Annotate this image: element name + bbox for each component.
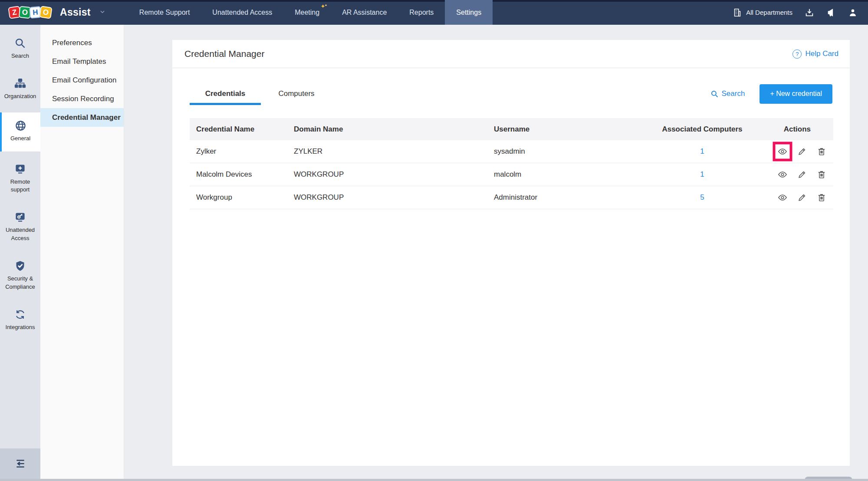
username-cell: malcolm: [494, 170, 658, 179]
search-icon: [14, 37, 26, 49]
pencil-icon: [797, 147, 807, 156]
associated-computers-link[interactable]: 1: [700, 170, 704, 178]
download-icon[interactable]: [805, 8, 814, 17]
megaphone-icon[interactable]: [826, 8, 836, 17]
sparkle-icon: ✦✦: [321, 3, 329, 9]
sidebar-item-security-compliance[interactable]: Security & Compliance: [0, 254, 40, 297]
top-navigation: Z O H O Assist Remote Support Unattended…: [0, 0, 868, 25]
help-card-link[interactable]: ? Help Card: [792, 49, 838, 59]
table-header-row: Credential Name Domain Name Username Ass…: [190, 118, 833, 140]
edit-credential-button[interactable]: [797, 147, 807, 156]
delete-credential-button[interactable]: [817, 170, 826, 179]
primary-nav: Remote Support Unattended Access Meeting…: [128, 0, 493, 25]
sidebar-collapse-button[interactable]: [0, 448, 40, 479]
menu-item-email-templates[interactable]: Email Templates: [40, 52, 124, 71]
integrations-icon: [14, 309, 26, 320]
domain-name-cell: ZYLKER: [294, 147, 494, 156]
tabs-toolbar-row: Credentials Computers Search + New crede…: [190, 82, 832, 105]
organization-icon: [14, 78, 26, 89]
tab-credentials[interactable]: Credentials: [190, 82, 261, 105]
eye-icon: [778, 147, 787, 156]
nav-settings[interactable]: Settings: [445, 0, 493, 25]
col-credential-name: Credential Name: [190, 125, 294, 134]
sidebar-item-general[interactable]: General: [0, 112, 40, 152]
delete-credential-button[interactable]: [817, 193, 826, 202]
general-settings-menu: Preferences Email Templates Email Config…: [40, 25, 124, 479]
username-cell: Administrator: [494, 193, 658, 202]
unattended-access-icon: [14, 211, 26, 223]
trash-icon: [817, 170, 826, 179]
card-header: Credential Manager ? Help Card: [172, 40, 850, 68]
col-username: Username: [494, 125, 658, 134]
table-row: Zylker ZYLKER sysadmin 1: [190, 140, 833, 163]
zoho-assist-logo[interactable]: Z O H O Assist: [0, 0, 105, 25]
logo-letter-o2: O: [39, 6, 52, 19]
sidebar-item-search[interactable]: Search: [0, 32, 40, 66]
new-credential-button[interactable]: + New credential: [760, 84, 832, 104]
menu-item-session-recording[interactable]: Session Recording: [40, 89, 124, 108]
domain-name-cell: WORKGROUP: [294, 193, 494, 202]
delete-credential-button[interactable]: [817, 147, 826, 156]
nav-ar-assistance[interactable]: AR Assistance: [331, 0, 398, 25]
edit-credential-button[interactable]: [797, 193, 807, 202]
eye-icon: [778, 170, 787, 179]
col-domain-name: Domain Name: [294, 125, 494, 134]
actions-cell: [746, 147, 833, 156]
chevron-down-icon[interactable]: [99, 9, 105, 16]
product-name: Assist: [60, 7, 91, 18]
table-row: Workgroup WORKGROUP Administrator 5: [190, 186, 833, 209]
credential-name-cell: Workgroup: [190, 193, 294, 202]
col-actions: Actions: [746, 125, 833, 134]
table-row: Malcolm Devices WORKGROUP malcolm 1: [190, 163, 833, 186]
credential-manager-card: Credential Manager ? Help Card Credentia…: [172, 40, 850, 466]
pencil-icon: [797, 193, 807, 202]
col-associated-computers: Associated Computers: [658, 125, 746, 134]
nav-reports[interactable]: Reports: [398, 0, 445, 25]
remote-support-icon: [14, 163, 26, 175]
view-credential-button[interactable]: [778, 147, 787, 156]
nav-unattended-access[interactable]: Unattended Access: [201, 0, 283, 25]
associated-computers-link[interactable]: 5: [700, 193, 704, 201]
page-title: Credential Manager: [184, 49, 264, 59]
trash-icon: [817, 193, 826, 202]
settings-icon-sidebar: Search Organization General: [0, 25, 40, 479]
sidebar-item-integrations[interactable]: Integrations: [0, 303, 40, 337]
search-icon: [710, 90, 719, 98]
department-label: All Departments: [746, 9, 792, 16]
nav-right-controls: All Departments: [733, 0, 868, 25]
sidebar-item-unattended-access[interactable]: Unattended Access: [0, 206, 40, 248]
window-bottom-edge: [0, 479, 868, 481]
username-cell: sysadmin: [494, 147, 658, 156]
credential-name-cell: Zylker: [190, 147, 294, 156]
trash-icon: [817, 147, 826, 156]
building-icon: [733, 8, 742, 17]
tab-computers[interactable]: Computers: [261, 82, 332, 105]
toolbar-right: Search + New credential: [710, 84, 833, 104]
menu-item-credential-manager[interactable]: Credential Manager: [40, 108, 124, 127]
nav-remote-support[interactable]: Remote Support: [128, 0, 201, 25]
menu-item-preferences[interactable]: Preferences: [40, 33, 124, 52]
nav-meeting[interactable]: Meeting ✦✦: [283, 0, 331, 25]
edit-credential-button[interactable]: [797, 170, 807, 179]
globe-icon: [15, 120, 26, 132]
actions-cell: [746, 170, 833, 179]
credential-name-cell: Malcolm Devices: [190, 170, 294, 179]
menu-item-email-configuration[interactable]: Email Configuration: [40, 71, 124, 89]
help-icon: ?: [792, 49, 802, 59]
view-credential-button[interactable]: [778, 170, 787, 179]
user-icon[interactable]: [848, 8, 858, 17]
shield-icon: [14, 260, 26, 272]
view-credential-button[interactable]: [778, 193, 787, 202]
pencil-icon: [797, 170, 807, 179]
associated-computers-link[interactable]: 1: [700, 147, 704, 155]
main-content: Credential Manager ? Help Card Credentia…: [124, 25, 868, 479]
sidebar-item-organization[interactable]: Organization: [0, 72, 40, 106]
actions-cell: [746, 193, 833, 202]
domain-name-cell: WORKGROUP: [294, 170, 494, 179]
credentials-table: Credential Name Domain Name Username Ass…: [190, 118, 833, 209]
app-window: Z O H O Assist Remote Support Unattended…: [0, 0, 868, 481]
search-button[interactable]: Search: [710, 89, 745, 98]
department-selector[interactable]: All Departments: [733, 8, 792, 17]
sidebar-item-remote-support[interactable]: Remote support: [0, 158, 40, 200]
collapse-sidebar-icon: [15, 458, 26, 469]
